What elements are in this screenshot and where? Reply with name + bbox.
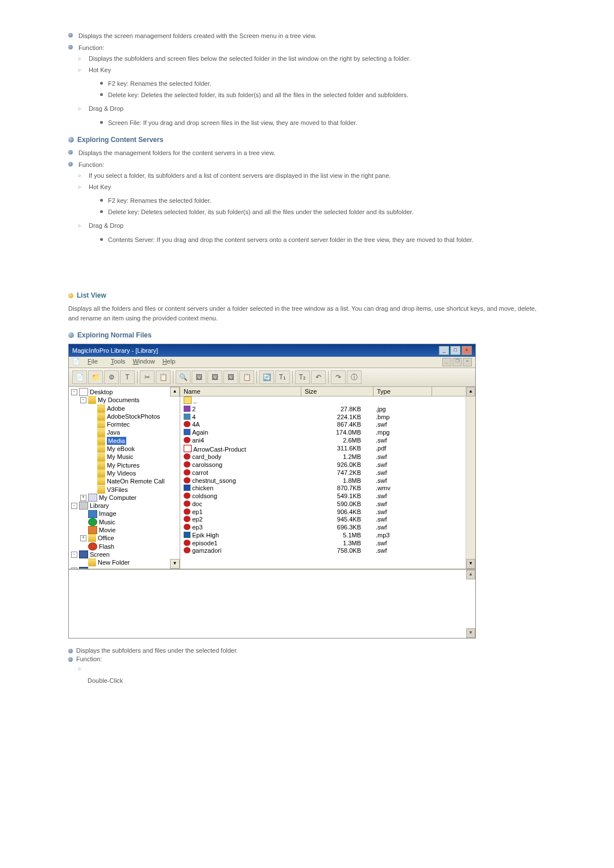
toolbar-button[interactable]: T [120, 370, 135, 384]
file-row[interactable]: episode11.3MB.swf [180, 540, 475, 548]
file-row[interactable]: ani42.6MB.swf [180, 437, 475, 445]
tree-item[interactable]: NateOn Remote Call [71, 477, 177, 485]
file-row[interactable]: ep2945.4KB.swf [180, 516, 475, 524]
menu-window[interactable]: Window [132, 358, 155, 365]
toolbar-button[interactable]: 🔍 [176, 370, 190, 384]
expand-icon[interactable]: + [80, 495, 86, 501]
folder-icon [97, 412, 105, 420]
toolbar-button[interactable]: 📋 [156, 370, 171, 384]
toolbar-button[interactable]: ↶ [311, 370, 326, 384]
tree-item[interactable]: V3Files [71, 486, 177, 494]
file-row[interactable]: coldsong549.1KB.swf [180, 493, 475, 500]
menu-help[interactable]: Help [163, 358, 176, 365]
collapse-icon[interactable]: - [71, 552, 77, 558]
toolbar-button[interactable]: 🖼 [223, 370, 238, 384]
arrow-icon: ▹ [78, 665, 81, 671]
file-type-icon [184, 493, 190, 499]
file-row[interactable]: carrot747.2KB.swf [180, 469, 475, 477]
mdi-close-button[interactable]: × [463, 358, 472, 366]
scroll-down-icon[interactable]: ▼ [170, 559, 180, 569]
scroll-down-icon[interactable]: ▼ [466, 628, 475, 638]
tree-item[interactable]: Adobe [71, 404, 177, 412]
file-row[interactable]: 227.8KB.jpg [180, 406, 475, 414]
tree-item[interactable]: +My Computer [71, 494, 177, 502]
column-size[interactable]: Size [301, 387, 374, 396]
text: Double-Click [68, 677, 546, 684]
file-row[interactable]: doc590.0KB.swf [180, 500, 475, 508]
tree-item[interactable]: AdobeStockPhotos [71, 412, 177, 420]
tree-item[interactable]: -Library [71, 502, 177, 510]
expand-icon[interactable]: + [80, 535, 86, 541]
tree-item[interactable]: My Videos [71, 469, 177, 477]
scroll-down-icon[interactable]: ▼ [466, 559, 475, 569]
toolbar-button[interactable]: ⓘ [347, 370, 362, 384]
tree-item[interactable]: Flash [71, 542, 177, 550]
toolbar-button[interactable]: 🖼 [208, 370, 222, 384]
file-row[interactable]: chicken870.7KB.wmv [180, 485, 475, 493]
file-row[interactable]: gamzadori758.0KB.swf [180, 547, 475, 555]
file-row[interactable]: ep3696.3KB.swf [180, 524, 475, 532]
file-row[interactable]: 4A867.4KB.swf [180, 421, 475, 429]
file-row[interactable]: chestnut_ssong1.8MB.swf [180, 477, 475, 485]
tree-item[interactable]: -My Documents [71, 396, 177, 404]
file-row[interactable]: 4224.1KB.bmp [180, 414, 475, 422]
tree-item[interactable]: Java [71, 428, 177, 436]
mdi-restore-button[interactable]: ❐ [453, 358, 462, 366]
toolbar-button[interactable]: ✂ [140, 370, 155, 384]
tree-item[interactable]: Image [71, 510, 177, 518]
file-row[interactable]: Epik High5.1MB.mp3 [180, 532, 475, 540]
toolbar-button[interactable]: T₁ [275, 370, 290, 384]
file-row[interactable]: ArrowCast-Product311.6KB.pdf [180, 445, 475, 454]
close-button[interactable]: × [462, 346, 472, 355]
collapse-icon[interactable]: - [71, 389, 77, 395]
collapse-icon[interactable]: - [71, 503, 77, 509]
collapse-icon[interactable]: - [80, 397, 86, 403]
text: Displays the subfolders and screen files… [78, 54, 546, 64]
file-type: .swf [372, 469, 430, 477]
mdi-minimize-button[interactable]: _ [442, 358, 451, 366]
scroll-up-icon[interactable]: ▲ [170, 387, 180, 397]
file-row[interactable]: carolssong926.0KB.swf [180, 461, 475, 469]
toolbar-button[interactable]: T₂ [295, 370, 310, 384]
toolbar-button[interactable]: 📋 [239, 370, 254, 384]
file-row[interactable]: Again174.0MB.mpg [180, 429, 475, 437]
toolbar-button[interactable]: 🔄 [259, 370, 274, 384]
toolbar-button[interactable]: 🖼 [192, 370, 206, 384]
maximize-button[interactable]: □ [450, 346, 460, 355]
text: Drag & Drop Screen File: If you drag and… [78, 104, 546, 127]
menu-file[interactable]: File [88, 358, 103, 365]
toolbar-button[interactable]: ⚙ [104, 370, 119, 384]
text: Delete key: Deletes the selected folder,… [100, 90, 546, 100]
file-size: 311.6KB [301, 445, 372, 454]
tree-item[interactable]: Music [71, 518, 177, 526]
list-pane[interactable]: Name Size Type ..227.8KB.jpg4224.1KB.bmp… [180, 387, 475, 569]
tree-item[interactable]: My Pictures [71, 461, 177, 469]
tree-item[interactable]: Formtec [71, 420, 177, 428]
tree-item[interactable]: -Screen [71, 550, 177, 558]
tree-item[interactable]: Movie [71, 526, 177, 534]
scroll-up-icon[interactable]: ▲ [466, 387, 475, 397]
file-row[interactable]: card_body1.2MB.swf [180, 453, 475, 461]
column-name[interactable]: Name [180, 387, 301, 396]
file-type-icon [184, 547, 190, 553]
minimize-button[interactable]: _ [439, 346, 449, 355]
menu-tools[interactable]: Tools [111, 358, 126, 365]
tree-pane[interactable]: ▲ ▼ -Desktop-My DocumentsAdobeAdobeStock… [69, 387, 180, 569]
tree-item[interactable]: +Office [71, 534, 177, 542]
toolbar-button[interactable]: ↷ [331, 370, 346, 384]
scroll-up-icon[interactable]: ▲ [466, 570, 475, 579]
tree-item[interactable]: My Music [71, 453, 177, 461]
column-type[interactable]: Type [374, 387, 432, 396]
tree-item[interactable]: -Desktop [71, 388, 177, 396]
file-row[interactable]: ep1906.4KB.swf [180, 508, 475, 516]
scrollbar[interactable]: ▲ ▼ [466, 387, 475, 569]
file-row[interactable]: .. [180, 397, 475, 406]
bullet-icon [68, 332, 74, 338]
toolbar-button[interactable]: 📄 [72, 370, 87, 384]
tree-item[interactable]: Media [71, 437, 177, 445]
tree-item[interactable]: New Folder [71, 558, 177, 566]
toolbar-button[interactable]: 📁 [88, 370, 103, 384]
tree-item-label: Media [107, 437, 126, 445]
tree-item[interactable]: My eBook [71, 445, 177, 453]
text: Contents Server: If you drag and drop th… [100, 235, 546, 245]
